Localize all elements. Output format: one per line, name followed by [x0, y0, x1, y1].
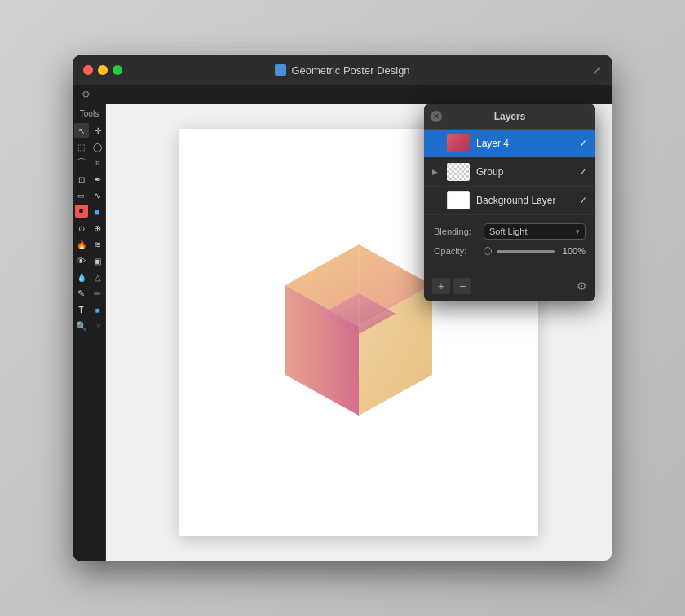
blending-chevron-icon: ▾: [576, 227, 580, 235]
opacity-label: Opacity:: [434, 246, 479, 256]
pencil-tool[interactable]: ✏: [91, 286, 105, 301]
move-tool[interactable]: ✛: [91, 123, 105, 138]
tool-row: 👁 ▣: [73, 253, 105, 268]
layer-visible-background[interactable]: ✓: [579, 195, 587, 206]
layer-name-group: Group: [476, 166, 572, 178]
layer-thumb-layer4: [447, 134, 470, 152]
opacity-circle-icon: [484, 247, 492, 255]
layers-panel: ✕ Layers Layer 4 ✓ ▶ Group ✓ Back: [424, 104, 595, 301]
stamp-tool[interactable]: ▣: [91, 253, 105, 268]
traffic-lights: [83, 65, 122, 75]
maximize-button[interactable]: [113, 65, 122, 75]
brush-tool[interactable]: ∿: [91, 188, 105, 203]
blending-row: Blending: Soft Light ▾: [434, 223, 586, 240]
layer-item-layer4[interactable]: Layer 4 ✓: [424, 130, 595, 158]
eraser-tool[interactable]: ▭: [74, 188, 89, 203]
tool-row: ⬚ ◯: [73, 139, 105, 154]
pin-tool[interactable]: ⊕: [91, 221, 105, 235]
layer-visible-layer4[interactable]: ✓: [579, 138, 587, 149]
hand-tool[interactable]: ☞: [91, 319, 105, 333]
tool-row: ⊙ ⊕: [73, 221, 105, 235]
water-tool[interactable]: 💧: [74, 270, 89, 284]
title-bar: Geometric Poster Design ⤢: [73, 55, 612, 85]
opacity-slider-fill: [497, 250, 555, 253]
opacity-slider[interactable]: [497, 250, 555, 253]
zoom-tool[interactable]: 🔍: [74, 319, 89, 333]
tool-row: 💧 △: [73, 270, 105, 284]
layers-panel-header: ✕ Layers: [424, 104, 595, 130]
layer-name-background: Background Layer: [476, 195, 572, 206]
document-icon: [275, 64, 286, 76]
burn-tool[interactable]: 🔥: [74, 237, 89, 252]
opacity-value: 100%: [559, 246, 586, 256]
minimize-button[interactable]: [98, 65, 108, 75]
magnetic-tool[interactable]: ⌗: [91, 156, 105, 170]
tools-label: Tools: [73, 109, 105, 118]
lasso-tool[interactable]: ⌒: [74, 156, 89, 170]
select-ellipse-tool[interactable]: ◯: [91, 139, 105, 154]
cone-tool[interactable]: △: [91, 270, 105, 284]
pointer-tool[interactable]: ↖: [74, 123, 89, 138]
desktop-background: Geometric Poster Design ⤢ ⚙ Tools ↖ ✛ ⬚ …: [0, 0, 685, 616]
layers-footer-left: + −: [432, 278, 471, 294]
foreground-color[interactable]: ■: [75, 205, 88, 218]
layer-item-background[interactable]: Background Layer ✓: [424, 187, 595, 215]
tool-row: ⊡ ✒: [73, 172, 105, 187]
blending-value: Soft Light: [489, 227, 527, 236]
gear-icon[interactable]: ⚙: [82, 89, 91, 100]
tool-row: ■ ■: [73, 205, 105, 219]
layer-item-group[interactable]: ▶ Group ✓: [424, 158, 595, 187]
tool-row: ⌒ ⌗: [73, 156, 105, 170]
main-window: Geometric Poster Design ⤢ ⚙ Tools ↖ ✛ ⬚ …: [73, 55, 612, 561]
tool-row: ▭ ∿: [73, 188, 105, 203]
dodge-tool[interactable]: 👁: [74, 253, 89, 268]
text-tool[interactable]: T: [74, 302, 89, 317]
tools-panel: Tools ↖ ✛ ⬚ ◯ ⌒ ⌗ ⊡ ✒ ▭: [73, 104, 106, 561]
eyedropper-tool[interactable]: ✒: [91, 172, 105, 187]
pen-tool[interactable]: ✎: [74, 286, 89, 301]
tool-row: 🔥 ≋: [73, 237, 105, 252]
layer-thumb-group: [447, 163, 470, 181]
gear-row: ⚙: [73, 85, 612, 104]
close-button[interactable]: [83, 65, 93, 75]
layer-thumb-background: [447, 191, 470, 209]
shape-tool[interactable]: ■: [91, 302, 105, 317]
add-layer-button[interactable]: +: [432, 278, 450, 294]
select-rect-tool[interactable]: ⬚: [74, 139, 89, 154]
opacity-row: Opacity: 100%: [434, 246, 586, 256]
blending-dropdown[interactable]: Soft Light ▾: [484, 223, 586, 240]
layers-title: Layers: [494, 111, 526, 122]
background-color[interactable]: ■: [90, 205, 104, 219]
layer-expand-group[interactable]: ▶: [432, 168, 440, 176]
layer-name-layer4: Layer 4: [476, 138, 572, 149]
title-bar-title: Geometric Poster Design: [275, 64, 409, 77]
layers-close-button[interactable]: ✕: [431, 111, 442, 122]
blending-label: Blending:: [434, 227, 479, 236]
layers-settings-icon[interactable]: ⚙: [577, 279, 587, 293]
tool-row: ↖ ✛: [73, 123, 105, 138]
layer-visible-group[interactable]: ✓: [579, 166, 587, 178]
tool-row: T ■: [73, 302, 105, 317]
layers-footer: + − ⚙: [424, 271, 595, 301]
layer-properties: Blending: Soft Light ▾ Opacity: 100%: [424, 215, 595, 271]
crop-tool[interactable]: ⊡: [74, 172, 89, 187]
smudge-tool[interactable]: ≋: [91, 237, 105, 252]
fill-tool[interactable]: ⊙: [74, 221, 89, 235]
remove-layer-button[interactable]: −: [453, 278, 471, 294]
expand-button[interactable]: ⤢: [592, 64, 602, 77]
tool-row: ✎ ✏: [73, 286, 105, 301]
tool-row: 🔍 ☞: [73, 319, 105, 333]
